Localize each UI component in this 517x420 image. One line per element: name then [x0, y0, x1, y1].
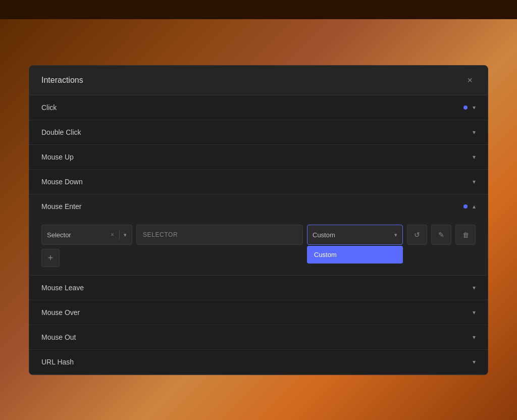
custom-dropdown-arrow-icon: ▾	[394, 232, 397, 238]
chevron-url-hash: ▾	[473, 358, 476, 365]
interaction-right-mouse-over: ▾	[473, 309, 476, 316]
interaction-right-mouse-up: ▾	[473, 153, 476, 161]
interaction-header-url-hash[interactable]: URL Hash ▾	[29, 350, 488, 374]
interaction-right-mouse-down: ▾	[473, 178, 476, 185]
interaction-label-double-click: Double Click	[41, 128, 81, 136]
custom-value-text: Custom	[313, 231, 390, 239]
interaction-right-mouse-leave: ▾	[473, 284, 476, 291]
interaction-right-mouse-enter: ▴	[463, 203, 476, 210]
interaction-header-click[interactable]: Click ▾	[29, 95, 488, 120]
edit-icon: ✎	[438, 231, 444, 239]
modal-title: Interactions	[41, 76, 83, 85]
chevron-mouse-leave: ▾	[473, 284, 476, 291]
interaction-header-mouse-down[interactable]: Mouse Down ▾	[29, 170, 488, 194]
custom-dropdown-item[interactable]: Custom	[307, 246, 403, 264]
selector-dropdown-arrow-icon[interactable]: ▾	[124, 232, 127, 238]
selector-label: Selector	[47, 231, 106, 239]
interaction-row-mouse-leave: Mouse Leave ▾	[29, 276, 488, 300]
interaction-row-mouse-up: Mouse Up ▾	[29, 145, 488, 170]
interaction-header-mouse-out[interactable]: Mouse Out ▾	[29, 325, 488, 349]
interaction-row-double-click: Double Click ▾	[29, 120, 488, 145]
interaction-row-click: Click ▾	[29, 95, 488, 120]
delete-button[interactable]: 🗑	[455, 225, 476, 245]
interaction-label-url-hash: URL Hash	[41, 358, 74, 366]
interaction-controls: Selector × ▾ SELECTOR Custom	[41, 225, 476, 245]
interaction-label-mouse-up: Mouse Up	[41, 153, 74, 161]
selector-field-text: SELECTOR	[143, 231, 296, 238]
interaction-label-mouse-down: Mouse Down	[41, 178, 83, 186]
interaction-label-mouse-enter: Mouse Enter	[41, 202, 81, 211]
history-button[interactable]: ↺	[407, 225, 427, 245]
modal-header: Interactions ×	[29, 66, 488, 95]
chevron-mouse-up: ▾	[473, 153, 476, 161]
history-icon: ↺	[414, 231, 420, 239]
add-button[interactable]: +	[41, 249, 60, 267]
dot-indicator-click	[463, 106, 468, 110]
interaction-row-url-hash: URL Hash ▾	[29, 350, 488, 375]
interaction-row-mouse-out: Mouse Out ▾	[29, 325, 488, 350]
chevron-mouse-out: ▾	[473, 334, 476, 341]
selector-field[interactable]: SELECTOR	[136, 225, 303, 245]
dot-indicator-mouse-enter	[463, 204, 468, 208]
delete-icon: 🗑	[462, 231, 469, 239]
chevron-click: ▾	[473, 104, 476, 111]
interaction-label-mouse-out: Mouse Out	[41, 333, 76, 341]
interaction-list: Click ▾ Double Click ▾	[29, 95, 488, 375]
interaction-header-mouse-over[interactable]: Mouse Over ▾	[29, 300, 488, 325]
interaction-header-mouse-leave[interactable]: Mouse Leave ▾	[29, 276, 488, 300]
interaction-row-mouse-down: Mouse Down ▾	[29, 170, 488, 194]
chevron-mouse-down: ▾	[473, 178, 476, 185]
interaction-header-double-click[interactable]: Double Click ▾	[29, 120, 488, 144]
interaction-row-mouse-enter: Mouse Enter ▴ Selector × ▾	[29, 194, 488, 276]
interaction-label-click: Click	[41, 103, 57, 112]
custom-dropdown-menu: Custom	[307, 246, 403, 264]
selector-dropdown[interactable]: Selector × ▾	[41, 225, 132, 245]
custom-dropdown-wrapper: Custom ▾ Custom	[307, 225, 403, 245]
interaction-right-double-click: ▾	[473, 129, 476, 136]
chevron-double-click: ▾	[473, 129, 476, 136]
interaction-right-click: ▾	[463, 104, 476, 111]
interaction-label-mouse-over: Mouse Over	[41, 308, 80, 317]
mouse-enter-body: Selector × ▾ SELECTOR Custom	[29, 219, 488, 275]
chevron-mouse-enter: ▴	[473, 203, 476, 210]
interaction-right-url-hash: ▾	[473, 358, 476, 365]
selector-clear-icon[interactable]: ×	[110, 230, 115, 239]
interaction-right-mouse-out: ▾	[473, 334, 476, 341]
selector-divider	[119, 230, 120, 240]
interaction-row-mouse-over: Mouse Over ▾	[29, 300, 488, 325]
edit-button[interactable]: ✎	[431, 225, 451, 245]
interaction-header-mouse-enter[interactable]: Mouse Enter ▴	[29, 194, 488, 219]
interaction-label-mouse-leave: Mouse Leave	[41, 284, 84, 292]
close-button[interactable]: ×	[464, 75, 476, 86]
interactions-modal: Interactions × Click ▾ Double Click	[29, 65, 488, 375]
custom-dropdown-button[interactable]: Custom ▾	[307, 225, 403, 245]
interaction-header-mouse-up[interactable]: Mouse Up ▾	[29, 145, 488, 169]
chevron-mouse-over: ▾	[473, 309, 476, 316]
